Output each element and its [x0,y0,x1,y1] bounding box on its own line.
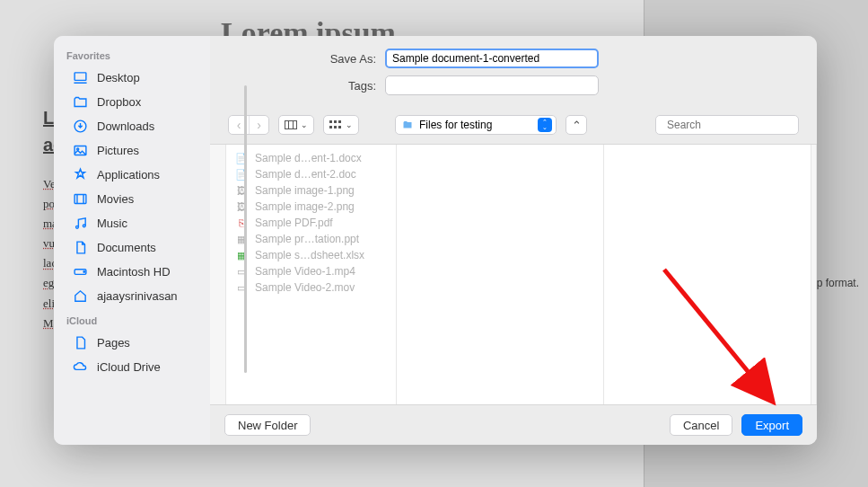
applications-icon [72,166,88,182]
pictures-icon [72,142,88,158]
svg-rect-12 [285,121,297,129]
sidebar-item-pages[interactable]: Pages [59,331,205,354]
cancel-button[interactable]: Cancel [670,414,732,436]
sidebar-item-macintosh-hd[interactable]: Macintosh HD [59,260,205,283]
file-row[interactable]: ▦Sample s…dsheet.xlsx [226,247,396,263]
sidebar-item-label: iCloud Drive [97,360,161,374]
file-row[interactable]: ▭Sample Video-2.mov [226,279,396,296]
music-icon [72,215,88,231]
file-column[interactable]: 📄Sample d…ent-1.docx 📄Sample d…ent-2.doc… [226,145,397,404]
dropdown-arrows-icon: ⌃⌄ [538,118,552,132]
svg-rect-18 [329,126,332,128]
toolbar: ‹ › ⌄ ⌄ Files for testing ⌃⌄ ⌃ [210,110,817,145]
collapse-button[interactable]: ⌃ [566,115,587,135]
sidebar-item-label: Macintosh HD [97,265,171,279]
svg-rect-20 [338,126,341,128]
chevron-up-icon: ⌃ [572,119,582,132]
folder-icon [72,93,88,110]
folder-label: Files for testing [419,119,492,131]
sidebar-item-documents[interactable]: Documents [59,235,205,259]
svg-rect-16 [334,120,337,123]
new-folder-button[interactable]: New Folder [224,414,311,436]
tags-input[interactable] [385,75,599,95]
nav-buttons: ‹ › [228,115,269,135]
dialog-main: Save As: Tags: ‹ › ⌄ ⌄ Files for testing… [210,36,817,445]
sidebar-item-label: Movies [97,192,134,206]
sidebar-section-favorites: Favorites [54,43,210,65]
search-box[interactable] [655,115,799,135]
file-row[interactable]: 🖼Sample image-1.png [226,182,396,199]
file-browser: 📄Sample d…ent-1.docx 📄Sample d…ent-2.doc… [210,145,817,405]
folder-dropdown[interactable]: Files for testing ⌃⌄ [395,115,557,135]
file-row[interactable]: ▦Sample pr…tation.ppt [226,231,396,247]
sidebar-item-dropbox[interactable]: Dropbox [59,90,205,113]
sidebar-item-label: Dropbox [97,95,141,109]
sidebar-item-applications[interactable]: Applications [59,163,205,186]
documents-icon [72,239,88,255]
sidebar-item-desktop[interactable]: Desktop [59,66,205,89]
folder-icon [401,120,414,130]
sidebar-item-label: Desktop [97,71,140,84]
tags-label: Tags: [228,79,385,93]
sidebar-section-icloud: iCloud [54,308,210,330]
sidebar: Favorites Desktop Dropbox Downloads Pict… [54,36,210,445]
file-row[interactable]: 🖼Sample image-2.png [226,199,396,215]
desktop-icon [72,69,88,85]
svg-rect-17 [338,120,341,123]
sidebar-item-label: ajaaysrinivasan [97,289,178,303]
svg-point-8 [75,226,78,228]
svg-point-9 [83,224,85,226]
movies-icon [72,190,88,207]
home-icon [72,288,88,304]
sidebar-item-movies[interactable]: Movies [59,187,205,210]
svg-rect-5 [75,194,86,203]
bottom-bar: New Folder Cancel Export [210,405,817,445]
sidebar-item-music[interactable]: Music [59,211,205,235]
group-by-button[interactable]: ⌄ [323,115,359,135]
chevron-down-icon: ⌄ [301,120,308,129]
forward-button[interactable]: › [249,116,268,134]
save-dialog: Favorites Desktop Dropbox Downloads Pict… [54,36,817,445]
file-row[interactable]: ⎘Sample PDF.pdf [226,215,396,231]
sidebar-item-home[interactable]: ajaaysrinivasan [59,284,205,307]
download-icon [72,118,88,134]
sidebar-item-label: Documents [97,241,156,254]
sidebar-item-downloads[interactable]: Downloads [59,114,205,137]
svg-point-11 [83,270,84,271]
sidebar-item-label: Applications [97,168,160,182]
sidebar-item-label: Music [97,217,127,230]
svg-rect-0 [75,72,86,80]
sidebar-scrollbar[interactable] [244,85,247,373]
sidebar-item-icloud-drive[interactable]: iCloud Drive [59,355,205,378]
file-row[interactable]: 📄Sample d…ent-2.doc [226,166,396,182]
view-columns-button[interactable]: ⌄ [278,115,314,135]
cloud-icon [72,359,88,375]
sidebar-item-label: Pages [97,336,130,350]
file-row[interactable]: ▭Sample Video-1.mp4 [226,263,396,279]
file-row[interactable]: 📄Sample d…ent-1.docx [226,150,396,166]
sidebar-item-label: Pictures [97,144,139,157]
search-input[interactable] [667,119,802,131]
svg-rect-15 [329,120,332,123]
chevron-down-icon: ⌄ [346,120,353,129]
sidebar-item-pictures[interactable]: Pictures [59,138,205,162]
svg-rect-19 [334,126,337,128]
sidebar-item-label: Downloads [97,120,154,133]
pages-icon [72,334,88,350]
disk-icon [72,263,88,279]
save-as-label: Save As: [228,52,385,66]
export-button[interactable]: Export [741,414,802,436]
save-as-input[interactable] [385,49,599,68]
